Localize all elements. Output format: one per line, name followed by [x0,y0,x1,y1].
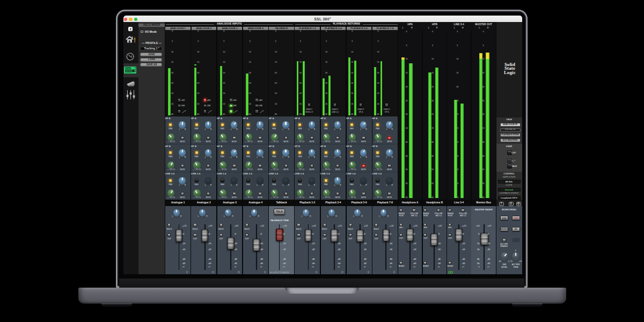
svg-text:!: ! [134,36,135,43]
